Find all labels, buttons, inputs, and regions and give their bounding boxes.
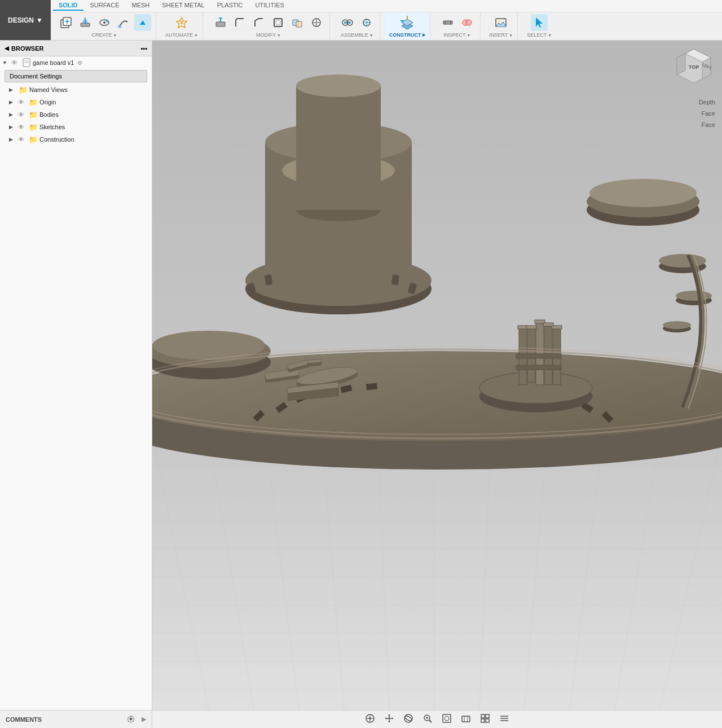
inspect-group: INSPECT ▼: [435, 12, 481, 40]
automate-icon[interactable]: [173, 14, 190, 31]
chamfer-icon[interactable]: [250, 14, 267, 31]
svg-point-39: [498, 20, 500, 23]
svg-text:TOP: TOP: [689, 64, 699, 70]
zoom-fit-icon[interactable]: [441, 712, 453, 726]
comments-section: COMMENTS ▶: [0, 711, 152, 728]
construct-plane-icon[interactable]: [399, 14, 416, 31]
move-icon[interactable]: [308, 14, 325, 31]
bottom-bar: COMMENTS ▶: [0, 710, 722, 728]
svg-rect-92: [265, 274, 272, 285]
combine-icon[interactable]: [289, 14, 306, 31]
tree-item-bodies[interactable]: ▶ 👁 📁 Bodies: [0, 108, 152, 121]
extrude-icon[interactable]: [77, 14, 94, 31]
tree-item-sketches[interactable]: ▶ 👁 📁 Sketches: [0, 121, 152, 133]
zoom-icon[interactable]: [421, 712, 434, 726]
revolve-icon[interactable]: [96, 14, 113, 31]
sweep-icon[interactable]: [115, 14, 132, 31]
display-mode-icon[interactable]: [460, 712, 472, 726]
orbit-icon[interactable]: [402, 712, 415, 726]
svg-point-104: [676, 291, 712, 301]
construction-folder-icon: 📁: [28, 135, 38, 144]
viewport[interactable]: TOP LEFT Depth Face Face: [152, 41, 722, 710]
modify-icons: [212, 14, 325, 31]
bottom-tools: [152, 712, 722, 726]
svg-rect-118: [543, 323, 553, 326]
tab-surface[interactable]: SURFACE: [85, 1, 125, 11]
tree-item-construction[interactable]: ▶ 👁 📁 Construction: [0, 133, 152, 146]
select-icons: [531, 14, 548, 31]
tree-item-origin[interactable]: ▶ 👁 📁 Origin: [0, 96, 152, 108]
design-button[interactable]: DESIGN ▼: [0, 0, 51, 40]
svg-point-102: [659, 254, 706, 267]
tree-item-named-views[interactable]: ▶ 📁 Named Views: [0, 84, 152, 96]
svg-point-23: [344, 21, 346, 24]
tab-row: SOLID SURFACE MESH SHEET METAL PLASTIC U…: [51, 0, 722, 12]
comments-label: COMMENTS: [6, 716, 42, 723]
svg-rect-150: [443, 714, 451, 722]
measure-icon[interactable]: [439, 14, 456, 31]
bodies-eye-icon[interactable]: 👁: [18, 111, 27, 118]
svg-rect-152: [462, 716, 470, 722]
svg-line-147: [429, 720, 432, 722]
svg-point-100: [589, 179, 697, 207]
create-new-component-icon[interactable]: [58, 14, 74, 31]
construction-eye-icon[interactable]: 👁: [18, 136, 27, 143]
tab-plastic[interactable]: PLASTIC: [212, 1, 249, 11]
face-label-2: Face: [699, 120, 715, 131]
insert-icons: [492, 14, 509, 31]
svg-rect-157: [481, 719, 485, 722]
construct-label: CONSTRUCT ▶: [389, 32, 425, 38]
create-dropdown-icon[interactable]: [134, 14, 151, 31]
svg-point-139: [130, 717, 133, 720]
inspect-arrow-icon: ▼: [467, 33, 471, 37]
insert-label: INSERT ▼: [490, 32, 513, 38]
origin-eye-icon[interactable]: 👁: [18, 99, 27, 106]
toolbar-tabs: SOLID SURFACE MESH SHEET METAL PLASTIC U…: [51, 0, 722, 40]
tree-item-root[interactable]: ▼ 👁 game board v1 ⚙: [0, 56, 152, 69]
joint-origin-icon[interactable]: [358, 14, 375, 31]
view-labels: Depth Face Face: [699, 97, 715, 130]
assemble-icons: [339, 14, 375, 31]
sketches-eye-icon[interactable]: 👁: [18, 124, 27, 130]
browser-options-button[interactable]: •••: [140, 45, 147, 52]
press-pull-icon[interactable]: [212, 14, 229, 31]
construct-arrow-icon: ▶: [422, 33, 425, 37]
document-settings-item[interactable]: Document Settings: [5, 70, 147, 82]
depth-label: Depth: [699, 97, 715, 108]
svg-point-37: [466, 20, 472, 25]
named-views-label: Named Views: [29, 86, 68, 93]
shell-icon[interactable]: [270, 14, 287, 31]
fillet-icon[interactable]: [231, 14, 248, 31]
svg-marker-10: [140, 20, 146, 25]
select-group: SELECT ▼: [522, 12, 556, 40]
tab-utilities[interactable]: UTILITIES: [250, 1, 290, 11]
svg-rect-120: [516, 365, 561, 370]
inspect-interference-icon[interactable]: [459, 14, 476, 31]
tab-mesh[interactable]: MESH: [126, 1, 156, 11]
svg-point-11: [180, 21, 183, 24]
svg-marker-40: [536, 17, 543, 28]
layout-toggle-icon[interactable]: [498, 712, 510, 726]
insert-image-icon[interactable]: [492, 14, 509, 31]
insert-arrow-icon: ▼: [509, 33, 513, 37]
select-icon[interactable]: [531, 14, 548, 31]
named-views-arrow: ▶: [9, 87, 17, 93]
tool-row: CREATE ▼ AUTOMATE ▼: [51, 12, 722, 40]
tab-sheet-metal[interactable]: SHEET METAL: [156, 1, 210, 11]
bodies-arrow: ▶: [9, 112, 17, 117]
origin-arrow: ▶: [9, 99, 17, 105]
assemble-arrow-icon: ▼: [369, 33, 373, 37]
face-label-1: Face: [699, 108, 715, 120]
grid-navigate-icon[interactable]: [364, 712, 376, 726]
comments-expand-button[interactable]: ▶: [142, 716, 146, 723]
tab-solid[interactable]: SOLID: [53, 1, 83, 11]
svg-point-24: [349, 21, 351, 24]
pan-tool-icon[interactable]: [383, 712, 395, 726]
grid-toggle-icon[interactable]: [479, 712, 491, 726]
comments-gear-button[interactable]: [127, 715, 135, 724]
joint-icon[interactable]: [339, 14, 356, 31]
orientation-cube[interactable]: TOP LEFT: [671, 46, 716, 91]
browser-collapse-button[interactable]: ◀: [5, 45, 9, 51]
tree-eye-icon[interactable]: 👁: [11, 59, 20, 66]
design-label: DESIGN: [8, 16, 34, 24]
